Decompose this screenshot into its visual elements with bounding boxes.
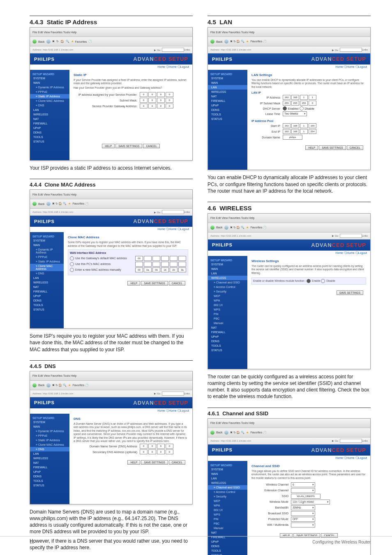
ext-channel-select[interactable]: [291, 488, 315, 493]
menu-channel-ssid[interactable]: » Channel and SSID: [208, 485, 247, 490]
body-text-dns1: Domain Name Servers (DNS) are used to ma…: [30, 509, 193, 535]
dns-secondary-field[interactable]: 0000: [140, 449, 173, 454]
subnet-mask-field[interactable]: 0000: [140, 98, 173, 103]
dhcp-disabled[interactable]: [300, 106, 304, 111]
cancel-button[interactable]: CANCEL: [143, 144, 159, 148]
brand-logo: PHILIPS: [34, 57, 55, 62]
left-column: 4.4.3 Static IP Address File Edit View F…: [30, 16, 193, 555]
domain-field[interactable]: philips: [283, 135, 302, 140]
ssid-field[interactable]: WLAN_DBE879: [291, 494, 321, 499]
ie-toolbar: Back✖↻🏠🔍★Favorites🕑: [30, 37, 192, 46]
start-ip-field[interactable]: 1921681100: [283, 123, 316, 128]
stop-icon: ✖: [52, 40, 55, 43]
page-footer: 10 Configuring the Wireless Router: [0, 536, 392, 544]
bw-select[interactable]: 20MHz: [291, 505, 315, 510]
radio-default-mac[interactable]: [70, 256, 74, 260]
menu-clone-mac[interactable]: » Clone MAC Address: [30, 264, 64, 271]
menu-static-ip[interactable]: » Static IP Address: [30, 94, 69, 99]
channel-select[interactable]: 6: [291, 482, 315, 487]
router-menu: SETUP WIZARD SYSTEM WAN » Dynamic IP Add…: [30, 70, 69, 160]
section-heading-lan: 4.5 LAN: [208, 16, 371, 25]
right-column: 4.5 LAN File Edit View Favorites Tools H…: [208, 16, 371, 555]
section-heading-ssid: 4.6.1 Channel and SSID: [208, 408, 371, 417]
end-ip-field[interactable]: 1921681254: [283, 129, 316, 134]
router-content-static: Static IP If your Service Provider has a…: [69, 70, 192, 160]
body-text-wireless: The router can be quickly configured as …: [208, 373, 371, 400]
content-heading: Static IP: [74, 73, 188, 77]
advanced-setup-label: ADVANCED SETUP: [55, 56, 188, 62]
section-heading-static-ip: 4.4.3 Static IP Address: [30, 16, 193, 25]
section-heading-clone-mac: 4.4.4 Clone MAC Address: [30, 179, 193, 188]
router-sublinks: Home ⓘHome ⓘLogout: [30, 64, 192, 70]
body-text-clone: Some ISP's require you to register your …: [30, 333, 193, 353]
search-icon: 🔍: [66, 40, 69, 43]
manual-mac-field[interactable]: 000a0616203b: [135, 267, 186, 272]
screenshot-lan: File Edit View Favorites Tools Help Back…: [208, 27, 371, 170]
screenshot-static-ip: File Edit View Favorites Tools Help Back…: [30, 27, 193, 161]
page-number: 10: [30, 540, 34, 544]
ie-go-input[interactable]: [162, 48, 184, 52]
lease-time-select[interactable]: Two Weeks: [283, 111, 307, 116]
screenshot-wireless: File Edit View Favorites Tools Help Back…: [208, 213, 371, 369]
router-header: PHILIPSADVANCED SETUP: [30, 53, 192, 64]
menu-lan[interactable]: LAN: [208, 85, 247, 90]
footer-title: Configuring the Wireless Router: [34, 540, 371, 544]
section-heading-dns: 4.4.5 DNS: [30, 360, 193, 369]
radio-pc-mac[interactable]: [70, 262, 74, 266]
screenshot-clone-mac: File Edit View Favorites Tools Help Back…: [30, 189, 193, 329]
history-icon: 🕑: [88, 40, 92, 43]
radio-manual-mac[interactable]: [70, 268, 74, 272]
fwd-icon: [46, 39, 51, 44]
dns-primary-field[interactable]: 0000: [140, 444, 173, 449]
menu-dns[interactable]: » DNS: [30, 447, 69, 451]
screenshot-ssid: File Edit View Favorites Tools Help Back…: [208, 418, 371, 555]
dhcp-enabled[interactable]: [283, 106, 287, 111]
section-heading-wireless: 4.6 WIRELESS: [208, 202, 371, 212]
protected-mode-select[interactable]: OFF: [291, 517, 315, 522]
menu-wireless[interactable]: WIRELESS: [208, 276, 247, 280]
body-text-static: Your ISP provides a static IP address to…: [30, 165, 193, 171]
ie-address-bar: Address http://192.168.1.1/index.stm▶ Go…: [30, 46, 192, 53]
broadcast-select[interactable]: [291, 511, 315, 516]
back-icon: [32, 39, 37, 44]
fav-icon: ★: [71, 40, 74, 43]
save-button[interactable]: SAVE SETTINGS: [115, 144, 142, 148]
mode-select[interactable]: 11b / 11g/n mixed: [291, 500, 330, 504]
lan-ip-field[interactable]: 19216811: [283, 95, 316, 100]
gateway-field[interactable]: 0000: [140, 104, 173, 108]
ie-menubar: File Edit View Favorites Tools Help: [30, 28, 192, 37]
lan-subnet-field[interactable]: 2552552550: [283, 101, 316, 106]
static-ip-field[interactable]: 0000: [140, 92, 173, 97]
body-text-lan: You can enable DHCP to dynamically alloc…: [208, 174, 371, 194]
media-icon: Favorites: [75, 40, 87, 43]
wl-enable[interactable]: [307, 279, 311, 283]
wl-disable[interactable]: [321, 279, 325, 283]
refresh-icon: ↻: [56, 40, 59, 43]
page: 4.4.3 Static IP Address File Edit View F…: [0, 0, 392, 555]
help-button[interactable]: HELP: [102, 144, 115, 148]
home-icon: 🏠: [60, 40, 64, 43]
screenshot-dns: File Edit View Favorites Tools Help Back…: [30, 371, 193, 504]
wm-select[interactable]: [291, 523, 315, 527]
